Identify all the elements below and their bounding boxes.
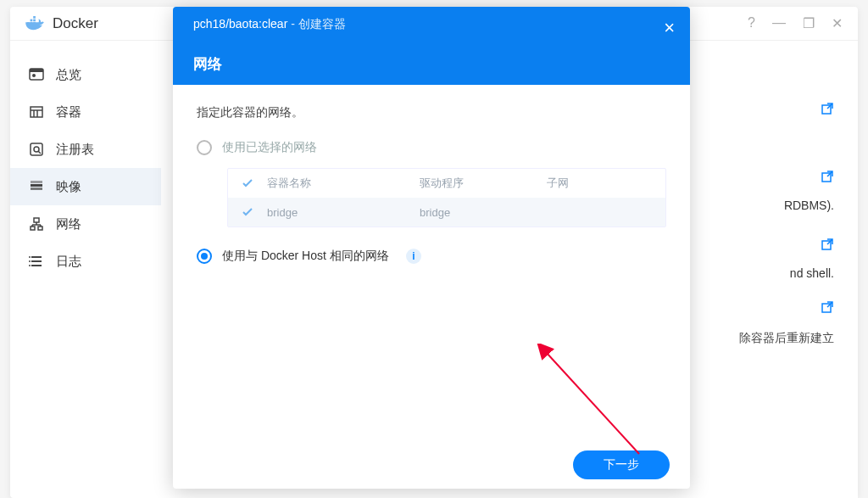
sidebar-label: 注册表: [56, 142, 94, 158]
dialog-title: pch18/baota:clear - 创建容器: [193, 17, 670, 32]
svg-rect-9: [31, 107, 42, 117]
col-driver: 驱动程序: [420, 176, 547, 191]
radio-icon: [197, 249, 212, 264]
svg-rect-20: [31, 227, 35, 230]
sidebar-label: 容器: [56, 104, 81, 120]
dialog-footer: 下一步: [173, 441, 690, 489]
cell-name: bridge: [267, 206, 420, 219]
sidebar: 总览 容器 注册表 映像 网络 日志: [10, 41, 161, 498]
svg-point-30: [29, 260, 31, 262]
check-icon: [241, 176, 254, 190]
radio-use-host-network[interactable]: 使用与 Docker Host 相同的网络 i: [197, 243, 666, 270]
col-name: 容器名称: [267, 176, 420, 191]
svg-point-8: [32, 74, 36, 77]
dialog-section-title: 网络: [193, 54, 670, 74]
next-button[interactable]: 下一步: [573, 450, 670, 479]
sidebar-item-overview[interactable]: 总览: [10, 56, 161, 93]
svg-point-31: [29, 265, 31, 266]
svg-rect-18: [31, 181, 42, 183]
dialog-header: × pch18/baota:clear - 创建容器 网络: [173, 7, 690, 85]
sidebar-label: 网络: [56, 216, 81, 232]
svg-rect-21: [38, 227, 42, 230]
bg-text: nd shell.: [790, 266, 834, 280]
svg-rect-7: [30, 69, 43, 72]
sidebar-item-log[interactable]: 日志: [10, 243, 161, 280]
radio-use-selected-network[interactable]: 使用已选择的网络: [197, 134, 666, 161]
sidebar-label: 日志: [56, 254, 81, 270]
bg-external-link[interactable]: [821, 102, 834, 115]
image-icon: [29, 179, 44, 194]
container-icon: [29, 104, 44, 120]
external-link-icon: [821, 300, 834, 314]
window-controls: ? — ❐ ✕: [748, 15, 843, 31]
svg-rect-16: [31, 184, 42, 187]
external-link-icon: [821, 238, 834, 251]
svg-line-15: [38, 151, 41, 154]
sidebar-item-registry[interactable]: 注册表: [10, 131, 161, 168]
svg-rect-4: [33, 19, 36, 21]
radio-label: 使用已选择的网络: [222, 140, 317, 155]
sidebar-item-image[interactable]: 映像: [10, 168, 161, 205]
dialog-close-icon[interactable]: ×: [664, 17, 675, 39]
svg-rect-19: [34, 218, 39, 222]
bg-external-link[interactable]: [821, 238, 834, 251]
sidebar-label: 映像: [56, 179, 81, 195]
sidebar-label: 总览: [56, 67, 81, 83]
network-icon: [29, 216, 44, 232]
external-link-icon: [821, 102, 834, 115]
sidebar-item-network[interactable]: 网络: [10, 205, 161, 243]
dialog-description: 指定此容器的网络。: [197, 105, 666, 120]
minimize-icon[interactable]: —: [772, 15, 786, 31]
overview-icon: [29, 67, 44, 82]
svg-point-29: [29, 256, 31, 258]
table-row[interactable]: bridge bridge: [228, 198, 665, 227]
docker-logo-icon: [25, 16, 44, 31]
network-table: 容器名称 驱动程序 子网 bridge bridge: [227, 168, 666, 227]
maximize-icon[interactable]: ❐: [803, 15, 815, 31]
bg-external-link[interactable]: [821, 170, 834, 183]
bg-external-link[interactable]: [821, 300, 834, 314]
close-icon[interactable]: ✕: [832, 15, 843, 31]
table-header: 容器名称 驱动程序 子网: [228, 169, 665, 198]
bg-text: RDBMS).: [784, 199, 834, 212]
radio-icon: [197, 140, 212, 155]
svg-rect-3: [31, 19, 33, 21]
radio-label: 使用与 Docker Host 相同的网络: [222, 249, 389, 264]
check-icon: [241, 205, 254, 219]
create-container-dialog: × pch18/baota:clear - 创建容器 网络 指定此容器的网络。 …: [173, 7, 690, 489]
svg-rect-17: [31, 187, 42, 190]
external-link-icon: [821, 170, 834, 183]
info-icon[interactable]: i: [406, 249, 421, 264]
app-title: Docker: [53, 15, 98, 32]
svg-line-36: [546, 352, 639, 454]
sidebar-item-container[interactable]: 容器: [10, 93, 161, 131]
help-icon[interactable]: ?: [748, 15, 755, 31]
bg-selected-row-text: 除容器后重新建立: [739, 331, 834, 346]
svg-rect-5: [33, 16, 36, 19]
registry-icon: [29, 142, 44, 157]
cell-driver: bridge: [420, 206, 547, 219]
col-subnet: 子网: [547, 176, 665, 191]
dialog-body: 指定此容器的网络。 使用已选择的网络 容器名称 驱动程序 子网 bridge b…: [173, 85, 690, 441]
log-icon: [29, 254, 44, 269]
